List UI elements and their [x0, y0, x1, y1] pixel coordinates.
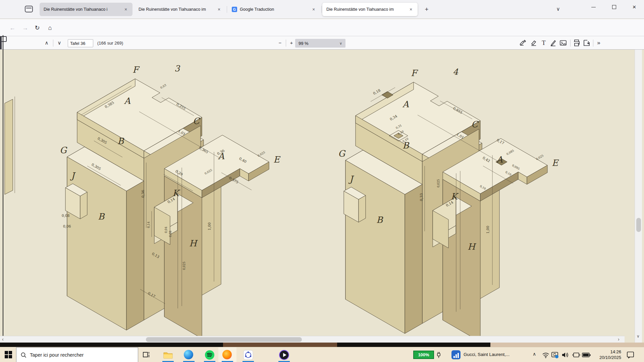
- divider: [593, 40, 593, 47]
- add-image-icon[interactable]: [559, 39, 568, 47]
- tab-4-active[interactable]: Die Ruinenstätte von Tiahuanaco im ×: [322, 3, 418, 16]
- tab-close-icon[interactable]: ×: [216, 7, 222, 12]
- new-tab-button[interactable]: +: [422, 5, 431, 14]
- zoom-out-icon[interactable]: −: [276, 39, 284, 47]
- zoom-in-icon[interactable]: +: [287, 39, 296, 47]
- browser-titlebar: Die Ruinenstätte von Tiahuanaco i × Die …: [0, 0, 644, 19]
- window-maximize-button[interactable]: [606, 0, 623, 14]
- desktop-strip: [337, 343, 490, 347]
- speaker-icon[interactable]: [561, 352, 570, 358]
- dim-label: 0,18: [372, 88, 381, 96]
- sync-icon[interactable]: [551, 351, 559, 359]
- clock-time: 14:26: [590, 349, 621, 355]
- window-close-button[interactable]: ×: [626, 0, 643, 14]
- window-minimize-button[interactable]: [585, 0, 602, 14]
- list-all-tabs-icon[interactable]: ∨: [553, 5, 563, 14]
- spotify-icon[interactable]: [205, 350, 215, 360]
- window-left-border: [3, 35, 3, 347]
- clock-date: 20/10/2025: [590, 355, 621, 360]
- dim-label: 0,06: [63, 224, 71, 228]
- previous-page-icon[interactable]: ∧: [42, 39, 51, 47]
- tab-1[interactable]: Die Ruinenstätte von Tiahuanaco i ×: [40, 3, 132, 16]
- horizontal-scroll-thumb[interactable]: [146, 337, 302, 342]
- tray-chevron-icon[interactable]: ∧: [533, 351, 536, 357]
- tab-3[interactable]: G Google Traduction ×: [228, 3, 320, 16]
- media-player-icon[interactable]: [279, 350, 289, 360]
- tab-close-icon[interactable]: ×: [310, 7, 317, 12]
- taskbar-clock[interactable]: 14:26 20/10/2025: [590, 349, 621, 360]
- file-explorer-icon[interactable]: [163, 350, 173, 360]
- tab-title: Google Traduction: [240, 7, 310, 12]
- add-text-icon[interactable]: T: [539, 39, 548, 47]
- vertical-scroll-thumb[interactable]: [636, 218, 641, 232]
- battery-widget[interactable]: 100%: [413, 351, 434, 359]
- desktop-strip: [223, 343, 337, 347]
- horizontal-scrollbar[interactable]: ‹ ›: [0, 336, 625, 343]
- next-page-icon[interactable]: ∨: [55, 39, 64, 47]
- tab-close-icon[interactable]: ×: [122, 7, 129, 12]
- divider: [570, 40, 571, 47]
- scroll-right-icon[interactable]: ›: [618, 337, 620, 342]
- highlighter-icon[interactable]: [529, 39, 538, 47]
- draw-pen-icon[interactable]: [549, 39, 557, 47]
- firefox-icon[interactable]: [222, 350, 232, 360]
- dim-label: 0,04: [164, 227, 168, 233]
- dim-label: 0,08: [169, 231, 172, 237]
- taskbar-search[interactable]: Taper ici pour rechercher: [16, 347, 138, 362]
- signature-icon[interactable]: [519, 39, 527, 47]
- figure-4: F 4 A C A E G J B B K H 0,18 0,34 0,31 0…: [338, 67, 559, 342]
- forward-icon[interactable]: →: [20, 23, 30, 33]
- wifi-icon[interactable]: [542, 352, 549, 358]
- chevron-down-icon: ∨: [339, 41, 342, 46]
- tab-2[interactable]: Die Ruinenstätte von Tiahuanaco im ×: [135, 3, 226, 16]
- figure3-letter-E: E: [273, 155, 281, 165]
- reload-icon[interactable]: ↻: [32, 23, 42, 33]
- google-translate-icon: G: [232, 7, 237, 12]
- figure4-letter-H: H: [468, 242, 476, 252]
- figure-3: F 3 A C A E G J B B K H 0,385 0,255 1,01…: [60, 64, 281, 339]
- dim-label: 1,00: [486, 226, 490, 234]
- geogebra-icon[interactable]: [243, 350, 253, 360]
- figure4-letter-F: F: [411, 68, 418, 78]
- news-widget-icon[interactable]: [451, 350, 461, 359]
- zoom-select[interactable]: 99 % ∨: [295, 39, 345, 48]
- dim-label: 0,025: [535, 154, 544, 161]
- more-tools-icon[interactable]: »: [594, 39, 603, 47]
- tab-close-icon[interactable]: ×: [408, 7, 414, 12]
- dim-label: 0,36: [141, 190, 145, 198]
- sidebar-toggle-icon[interactable]: [0, 36, 7, 42]
- figure3-letter-B1: B: [117, 136, 124, 146]
- partial-figure-left: [5, 97, 15, 194]
- home-icon[interactable]: ⌂: [45, 23, 55, 33]
- page-count-label: (166 sur 269): [97, 41, 123, 46]
- figure4-letter-A1: A: [402, 99, 409, 109]
- divider: [286, 40, 286, 47]
- print-icon[interactable]: [572, 39, 581, 47]
- battery-tray-icon[interactable]: [582, 352, 591, 358]
- pdf-page: F 3 A C A E G J B B K H 0,385 0,255 1,01…: [0, 50, 644, 343]
- back-icon[interactable]: ←: [7, 23, 17, 33]
- start-button[interactable]: [5, 351, 13, 359]
- scroll-down-icon[interactable]: ∨: [637, 334, 640, 339]
- search-icon: [20, 352, 26, 358]
- plug-icon: [436, 351, 441, 359]
- scroll-left-icon[interactable]: ‹: [2, 337, 4, 342]
- zoom-value: 99 %: [299, 41, 339, 46]
- browser-navbar: ← → ↻ ⌂ file:///C:/Users/33695/Downloads…: [0, 19, 644, 36]
- tab-title: Die Ruinenstätte von Tiahuanaco im: [139, 7, 216, 12]
- page-number-input[interactable]: [68, 39, 93, 47]
- edge-icon[interactable]: [184, 350, 194, 360]
- desktop-strip: [490, 343, 644, 347]
- vertical-scrollbar[interactable]: ∨: [635, 50, 642, 343]
- windows-taskbar: Taper ici pour rechercher 100% Gucci, Sa…: [0, 347, 644, 362]
- task-view-icon[interactable]: [142, 351, 151, 359]
- tab-title: Die Ruinenstätte von Tiahuanaco i: [44, 7, 122, 12]
- cast-icon[interactable]: [572, 352, 580, 358]
- action-center-icon[interactable]: [627, 351, 635, 359]
- desktop-strip: [0, 343, 223, 347]
- firefox-view-icon[interactable]: [25, 6, 33, 12]
- download-icon[interactable]: [582, 39, 591, 47]
- news-headline[interactable]: Gucci, Saint Laurent,...: [464, 352, 525, 357]
- dim-label: 0,08: [62, 214, 69, 218]
- pdf-toolbar: ∧ ∨ (166 sur 269) − + 99 % ∨ T »: [0, 36, 644, 50]
